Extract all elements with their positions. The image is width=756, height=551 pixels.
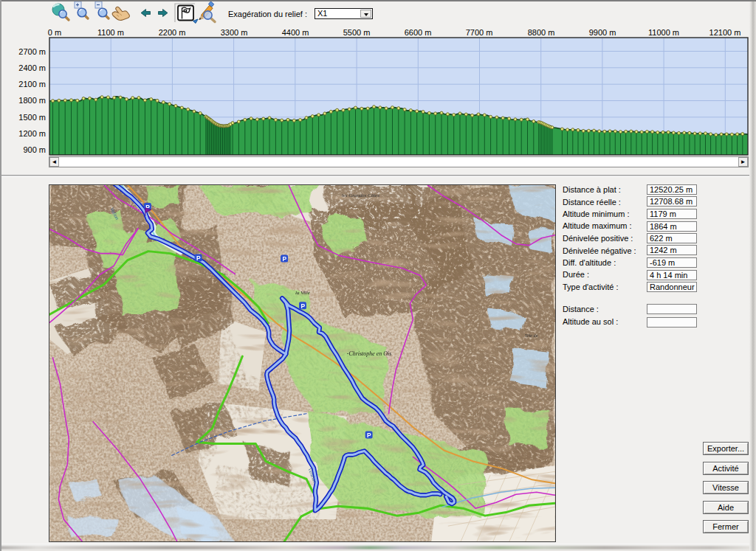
svg-text:P: P xyxy=(300,302,305,310)
svg-text:Tête du: Tête du xyxy=(525,333,538,338)
svg-text:P: P xyxy=(283,255,287,263)
svg-text:la Ville: la Ville xyxy=(295,290,310,296)
svg-text:les Grandes Côtes: les Grandes Côtes xyxy=(342,193,379,198)
svg-text:-Christophe en Ois: -Christophe en Ois xyxy=(347,350,392,357)
svg-text:P: P xyxy=(196,254,201,262)
svg-text:P: P xyxy=(367,432,371,439)
